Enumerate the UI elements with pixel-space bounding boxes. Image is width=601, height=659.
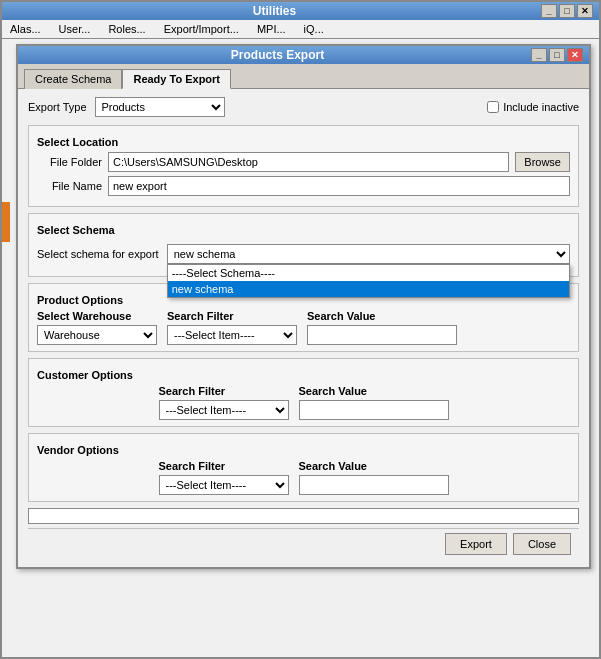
vendor-value-col: Search Value: [299, 460, 449, 495]
vendor-options-header: Vendor Options: [37, 444, 570, 456]
tabs-container: Create Schema Ready To Export: [18, 64, 589, 89]
select-schema-header: Select Schema: [37, 224, 570, 236]
product-options-row: Select Warehouse Warehouse Search Filter…: [37, 310, 570, 345]
export-type-label: Export Type: [28, 101, 87, 113]
file-folder-row: File Folder Browse: [37, 152, 570, 172]
customer-filter-col: Search Filter ---Select Item----: [159, 385, 289, 420]
progress-bar: [28, 508, 579, 524]
include-inactive-label: Include inactive: [503, 101, 579, 113]
schema-dropdown-item-1[interactable]: new schema: [168, 281, 569, 297]
file-name-row: File Name: [37, 176, 570, 196]
customer-options-row: Search Filter ---Select Item---- Search …: [37, 385, 570, 420]
warehouse-select[interactable]: Warehouse: [37, 325, 157, 345]
warehouse-label: Select Warehouse: [37, 310, 157, 322]
customer-value-input[interactable]: [299, 400, 449, 420]
vendor-value-label: Search Value: [299, 460, 449, 472]
dialog-body: Export Type Products Customers Vendors I…: [18, 89, 589, 567]
export-type-left: Export Type Products Customers Vendors: [28, 97, 225, 117]
export-type-row: Export Type Products Customers Vendors I…: [28, 97, 579, 117]
close-button[interactable]: Close: [513, 533, 571, 555]
product-filter-label: Search Filter: [167, 310, 297, 322]
menu-bar: Alas... User... Roles... Export/Import..…: [2, 20, 599, 39]
schema-label: Select schema for export: [37, 248, 159, 260]
customer-options-group: Customer Options Search Filter ---Select…: [28, 358, 579, 427]
vendor-options-row: Search Filter ---Select Item---- Search …: [37, 460, 570, 495]
products-dialog: Products Export _ □ ✕ Create Schema Read…: [16, 44, 591, 569]
schema-select[interactable]: ----Select Schema---- new schema: [167, 244, 570, 264]
menu-item-user[interactable]: User...: [55, 22, 95, 36]
customer-filter-select[interactable]: ---Select Item----: [159, 400, 289, 420]
customer-value-label: Search Value: [299, 385, 449, 397]
bottom-bar: Export Close: [28, 528, 579, 559]
utilities-window: Utilities _ □ ✕ Alas... User... Roles...…: [0, 0, 601, 659]
vendor-filter-label: Search Filter: [159, 460, 289, 472]
utilities-minimize-btn[interactable]: _: [541, 4, 557, 18]
customer-filter-label: Search Filter: [159, 385, 289, 397]
customer-value-col: Search Value: [299, 385, 449, 420]
utilities-titlebar-buttons: _ □ ✕: [541, 4, 593, 18]
schema-select-wrapper: ----Select Schema---- new schema ----Sel…: [167, 244, 570, 264]
menu-item-alas[interactable]: Alas...: [6, 22, 45, 36]
include-inactive-container: Include inactive: [487, 101, 579, 113]
dialog-close-btn[interactable]: ✕: [567, 48, 583, 62]
utilities-maximize-btn[interactable]: □: [559, 4, 575, 18]
schema-dropdown-overlay: ----Select Schema---- new schema: [167, 264, 570, 298]
utilities-titlebar: Utilities _ □ ✕: [2, 2, 599, 20]
warehouse-col: Select Warehouse Warehouse: [37, 310, 157, 345]
select-schema-group: Select Schema Select schema for export -…: [28, 213, 579, 277]
file-folder-label: File Folder: [37, 156, 102, 168]
file-name-input[interactable]: [108, 176, 570, 196]
select-location-group: Select Location File Folder Browse File …: [28, 125, 579, 207]
product-filter-col: Search Filter ---Select Item----: [167, 310, 297, 345]
dialog-title: Products Export: [24, 48, 531, 62]
vendor-options-group: Vendor Options Search Filter ---Select I…: [28, 433, 579, 502]
product-filter-select[interactable]: ---Select Item----: [167, 325, 297, 345]
utilities-title: Utilities: [8, 4, 541, 18]
dialog-titlebar: Products Export _ □ ✕: [18, 46, 589, 64]
vendor-filter-col: Search Filter ---Select Item----: [159, 460, 289, 495]
product-value-input[interactable]: [307, 325, 457, 345]
schema-header-row: Select schema for export ----Select Sche…: [37, 244, 570, 264]
dialog-maximize-btn[interactable]: □: [549, 48, 565, 62]
left-tab: [2, 202, 10, 242]
vendor-filter-select[interactable]: ---Select Item----: [159, 475, 289, 495]
dialog-titlebar-buttons: _ □ ✕: [531, 48, 583, 62]
menu-item-iq[interactable]: iQ...: [300, 22, 328, 36]
tab-ready-to-export[interactable]: Ready To Export: [122, 69, 231, 89]
schema-dropdown-item-0[interactable]: ----Select Schema----: [168, 265, 569, 281]
file-name-label: File Name: [37, 180, 102, 192]
dialog-minimize-btn[interactable]: _: [531, 48, 547, 62]
select-location-header: Select Location: [37, 136, 570, 148]
menu-item-mpi[interactable]: MPI...: [253, 22, 290, 36]
product-value-col: Search Value: [307, 310, 457, 345]
vendor-value-input[interactable]: [299, 475, 449, 495]
product-value-label: Search Value: [307, 310, 457, 322]
schema-section-inner: Select schema for export ----Select Sche…: [37, 240, 570, 270]
menu-item-roles[interactable]: Roles...: [104, 22, 149, 36]
include-inactive-checkbox[interactable]: [487, 101, 499, 113]
browse-button[interactable]: Browse: [515, 152, 570, 172]
utilities-close-btn[interactable]: ✕: [577, 4, 593, 18]
customer-options-header: Customer Options: [37, 369, 570, 381]
tab-create-schema[interactable]: Create Schema: [24, 69, 122, 89]
export-type-select[interactable]: Products Customers Vendors: [95, 97, 225, 117]
export-button[interactable]: Export: [445, 533, 507, 555]
file-folder-input[interactable]: [108, 152, 509, 172]
menu-item-export[interactable]: Export/Import...: [160, 22, 243, 36]
